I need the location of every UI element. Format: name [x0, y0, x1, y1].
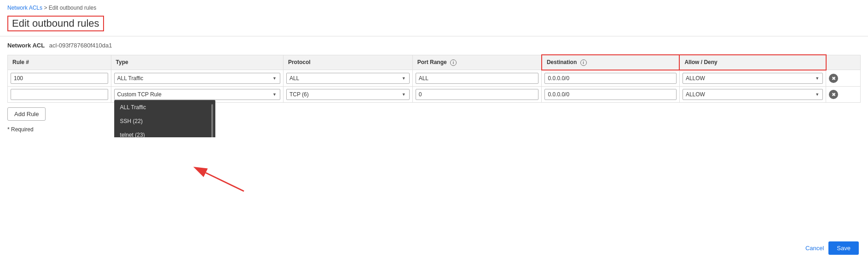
port-range-cell-1	[412, 70, 542, 87]
remove-rule-button-1[interactable]	[829, 74, 838, 83]
type-cell-2: Custom TCP Rule ALL Traffic SSH (22) tel…	[111, 86, 283, 102]
dropdown-item-all-traffic[interactable]: ALL Traffic	[115, 100, 215, 114]
add-rule-button[interactable]: Add Rule	[7, 107, 46, 121]
breadcrumb-current: Edit outbound rules	[49, 5, 96, 11]
rules-table-wrapper: Rule # Type Protocol Port Range i Destin…	[0, 54, 868, 103]
destination-info-icon: i	[580, 59, 587, 66]
col-header-rule: Rule #	[8, 55, 111, 70]
destination-input-1[interactable]	[544, 73, 676, 84]
col-header-allow-deny: Allow / Deny	[679, 55, 826, 70]
action-cell-2	[826, 86, 861, 102]
allow-deny-select-wrapper-2: ALLOW DENY	[683, 89, 823, 100]
col-header-protocol: Protocol	[283, 55, 412, 70]
type-cell-1: ALL Traffic SSH (22) telnet (23) SMTP (2…	[111, 70, 283, 87]
allow-deny-cell-2: ALLOW DENY	[679, 86, 826, 102]
destination-input-2[interactable]	[544, 89, 676, 100]
network-acl-info: Network ACL acl-093f787680f410da1	[0, 36, 868, 54]
port-range-input-2[interactable]	[416, 89, 539, 100]
allow-deny-select-wrapper-1: ALLOW DENY	[683, 73, 823, 84]
type-select-2[interactable]: Custom TCP Rule ALL Traffic SSH (22) tel…	[114, 89, 280, 100]
col-header-destination: Destination i	[542, 55, 679, 70]
type-select-wrapper-2: Custom TCP Rule ALL Traffic SSH (22) tel…	[114, 89, 280, 100]
port-range-cell-2	[412, 86, 542, 102]
breadcrumb-parent-link[interactable]: Network ACLs	[7, 5, 42, 11]
destination-cell-1	[542, 70, 679, 87]
allow-deny-select-2[interactable]: ALLOW DENY	[683, 89, 823, 100]
protocol-select-wrapper-2: TCP (6)	[286, 89, 410, 100]
protocol-cell-2: TCP (6)	[283, 86, 412, 102]
type-select-1[interactable]: ALL Traffic SSH (22) telnet (23) SMTP (2…	[114, 73, 280, 84]
breadcrumb-separator: >	[44, 5, 48, 11]
dropdown-item-telnet[interactable]: telnet (23)	[115, 128, 215, 137]
dropdown-item-ssh[interactable]: SSH (22)	[115, 114, 215, 128]
table-row: ALL Traffic SSH (22) telnet (23) SMTP (2…	[8, 70, 861, 87]
col-header-port-range: Port Range i	[412, 55, 542, 70]
network-acl-label: Network ACL	[7, 42, 45, 49]
action-cell-1	[826, 70, 861, 87]
col-header-action	[826, 55, 861, 70]
rule-number-input-1[interactable]	[11, 73, 108, 84]
rule-number-cell	[8, 70, 111, 87]
port-range-info-icon: i	[450, 59, 457, 66]
rules-table: Rule # Type Protocol Port Range i Destin…	[7, 54, 861, 103]
allow-deny-select-1[interactable]: ALLOW DENY	[683, 73, 823, 84]
col-header-type: Type	[111, 55, 283, 70]
rule-number-input-2[interactable]	[11, 89, 108, 100]
breadcrumb: Network ACLs > Edit outbound rules	[0, 0, 868, 14]
protocol-select-2[interactable]: TCP (6)	[286, 89, 410, 100]
page-title: Edit outbound rules	[7, 16, 104, 31]
protocol-select-1[interactable]: ALL	[286, 73, 410, 84]
dropdown-scrollbar	[211, 104, 213, 137]
type-dropdown-overlay: ALL Traffic SSH (22) telnet (23) SMTP (2…	[114, 100, 215, 137]
allow-deny-cell-1: ALLOW DENY	[679, 70, 826, 87]
type-select-wrapper-1: ALL Traffic SSH (22) telnet (23) SMTP (2…	[114, 73, 280, 84]
destination-cell-2	[542, 86, 679, 102]
protocol-cell-1: ALL	[283, 70, 412, 87]
protocol-select-wrapper-1: ALL	[286, 73, 410, 84]
rule-number-cell-2	[8, 86, 111, 102]
network-acl-id: acl-093f787680f410da1	[49, 42, 112, 49]
remove-rule-button-2[interactable]	[829, 90, 838, 99]
port-range-input-1[interactable]	[416, 73, 539, 84]
table-row: Custom TCP Rule ALL Traffic SSH (22) tel…	[8, 86, 861, 102]
